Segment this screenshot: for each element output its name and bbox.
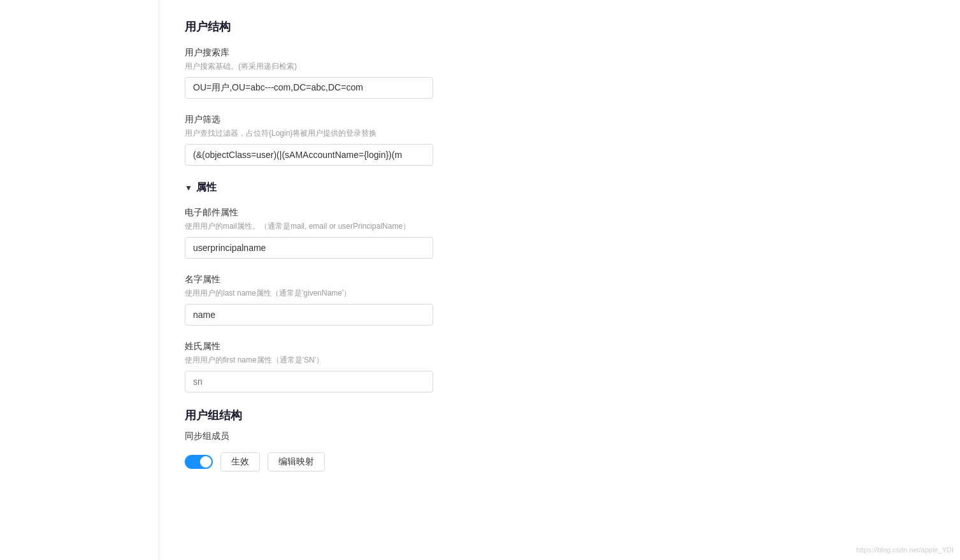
user-filter-label: 用户筛选 — [185, 114, 935, 126]
email-attribute-group: 电子邮件属性 使用用户的mail属性。（通常是mail, email or us… — [185, 207, 935, 259]
search-base-description: 用户搜索基础。(将采用递归检索) — [185, 61, 935, 72]
email-attribute-label: 电子邮件属性 — [185, 207, 935, 219]
lastname-attribute-label: 姓氏属性 — [185, 341, 935, 352]
search-base-label: 用户搜索库 — [185, 47, 935, 59]
toggle-slider — [185, 455, 213, 469]
bottom-actions: 生效 编辑映射 — [185, 452, 935, 471]
attributes-section: ▼ 属性 电子邮件属性 使用用户的mail属性。（通常是mail, email … — [185, 181, 935, 392]
main-content: 用户结构 用户搜索库 用户搜索基础。(将采用递归检索) 用户筛选 用户查找过滤器… — [159, 0, 960, 560]
lastname-attribute-group: 姓氏属性 使用用户的first name属性（通常是'SN'） — [185, 341, 935, 392]
search-base-group: 用户搜索库 用户搜索基础。(将采用递归检索) — [185, 47, 935, 99]
search-base-input[interactable] — [185, 77, 433, 99]
sidebar — [0, 0, 159, 560]
user-filter-description: 用户查找过滤器，占位符{Login}将被用户提供的登录替换 — [185, 128, 935, 139]
attributes-title: 属性 — [196, 181, 217, 194]
user-structure-title: 用户结构 — [185, 19, 935, 34]
watermark: https://blog.csdn.net/apple_YDI — [856, 546, 954, 554]
user-group-structure-title: 用户组结构 — [185, 408, 935, 423]
firstname-attribute-input[interactable] — [185, 304, 433, 326]
edit-mapping-button[interactable]: 编辑映射 — [268, 452, 325, 471]
user-filter-input[interactable] — [185, 144, 433, 166]
collapse-arrow-icon: ▼ — [185, 183, 192, 192]
firstname-attribute-description: 使用用户的last name属性（通常是'givenName'） — [185, 288, 935, 299]
email-attribute-input[interactable] — [185, 237, 433, 259]
page-wrapper: 用户结构 用户搜索库 用户搜索基础。(将采用递归检索) 用户筛选 用户查找过滤器… — [0, 0, 960, 560]
effective-button[interactable]: 生效 — [220, 452, 260, 471]
sync-toggle[interactable] — [185, 455, 213, 469]
sync-members-label: 同步组成员 — [185, 431, 935, 442]
email-attribute-description: 使用用户的mail属性。（通常是mail, email or userPrinc… — [185, 221, 935, 232]
lastname-attribute-input[interactable] — [185, 371, 433, 392]
attributes-header[interactable]: ▼ 属性 — [185, 181, 935, 194]
firstname-attribute-label: 名字属性 — [185, 274, 935, 285]
lastname-attribute-description: 使用用户的first name属性（通常是'SN'） — [185, 355, 935, 366]
user-filter-group: 用户筛选 用户查找过滤器，占位符{Login}将被用户提供的登录替换 — [185, 114, 935, 166]
firstname-attribute-group: 名字属性 使用用户的last name属性（通常是'givenName'） — [185, 274, 935, 326]
